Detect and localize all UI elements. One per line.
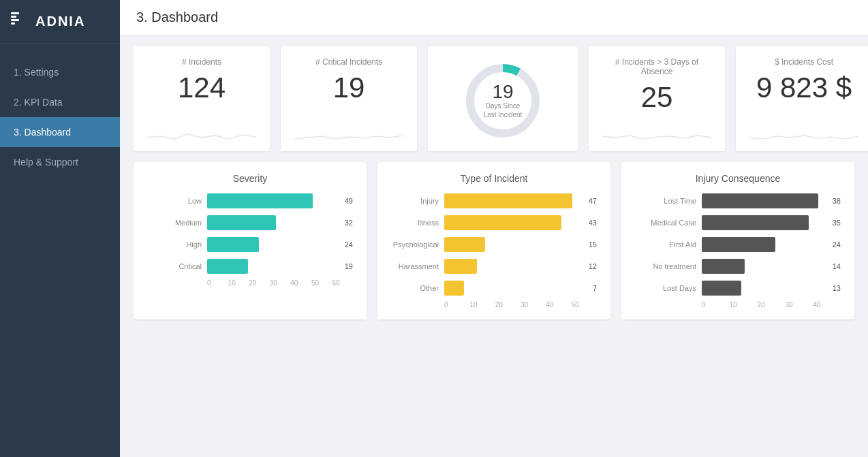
bar-fill-no-treatment bbox=[702, 259, 745, 274]
consequence-axis: 0 10 20 30 40 bbox=[635, 301, 841, 309]
main-content: 3. Dashboard # Incidents 124 # Critical … bbox=[120, 0, 868, 457]
donut-center: 19 Days SinceLast Incident bbox=[484, 82, 523, 119]
bar-fill-low bbox=[207, 193, 313, 208]
kpi-value-cost: 9 823 $ bbox=[749, 72, 858, 104]
bar-track-low bbox=[207, 193, 337, 208]
type-axis: 0 10 20 30 40 50 bbox=[391, 301, 597, 309]
bar-num-lost-days: 13 bbox=[833, 284, 841, 292]
bar-fill-illness bbox=[444, 215, 561, 230]
kpi-card-cost: $ Incidents Cost 9 823 $ bbox=[736, 46, 868, 151]
bar-num-psych: 15 bbox=[589, 240, 597, 249]
bar-row-injury: Injury 47 bbox=[391, 193, 597, 208]
svg-rect-3 bbox=[11, 22, 15, 25]
donut-subtitle: Days SinceLast Incident bbox=[484, 101, 523, 119]
bar-label-lost-days: Lost Days bbox=[635, 284, 696, 292]
severity-bars: Low 49 Medium 32 High bbox=[147, 193, 353, 274]
sidebar-item-help[interactable]: Help & Support bbox=[0, 147, 120, 177]
page-header: 3. Dashboard bbox=[120, 0, 868, 35]
bar-fill-critical bbox=[207, 259, 248, 274]
bar-row-harassment: Harassment 12 bbox=[391, 259, 597, 274]
bar-track-lost-time bbox=[702, 193, 824, 208]
bar-track-medium bbox=[207, 215, 337, 230]
bar-fill-first-aid bbox=[702, 237, 775, 252]
bar-label-no-treatment: No treatment bbox=[635, 262, 696, 270]
kpi-card-critical: # Critical Incidents 19 bbox=[281, 46, 417, 151]
sparkline-cost bbox=[749, 124, 858, 144]
kpi-label-critical: # Critical Incidents bbox=[294, 57, 403, 67]
bar-track-medical bbox=[702, 215, 824, 230]
bar-num-critical: 19 bbox=[345, 262, 353, 270]
svg-rect-1 bbox=[11, 16, 16, 18]
kpi-card-donut: 19 Days SinceLast Incident bbox=[428, 46, 578, 151]
bar-track-illness bbox=[444, 215, 580, 230]
kpi-label-absence: # Incidents > 3 Days of Absence bbox=[602, 57, 711, 76]
bar-fill-lost-days bbox=[702, 281, 741, 296]
bar-row-medium: Medium 32 bbox=[147, 215, 353, 230]
donut-value: 19 bbox=[484, 82, 523, 101]
kpi-value-critical: 19 bbox=[294, 72, 403, 104]
bar-row-first-aid: First Aid 24 bbox=[635, 237, 841, 252]
chart-consequence-title: Injury Consequence bbox=[635, 173, 841, 184]
bar-label-low: Low bbox=[147, 197, 202, 205]
sparkline-absence bbox=[602, 124, 711, 144]
bar-fill-psych bbox=[444, 237, 485, 252]
sparkline-incidents bbox=[147, 124, 256, 144]
bar-num-lost-time: 38 bbox=[833, 197, 841, 205]
bar-row-psych: Psychological 15 bbox=[391, 237, 597, 252]
bar-track-harassment bbox=[444, 259, 580, 274]
bar-num-medical: 35 bbox=[833, 219, 841, 227]
consequence-bars: Lost Time 38 Medical Case 35 bbox=[635, 193, 841, 296]
bar-track-no-treatment bbox=[702, 259, 824, 274]
bar-track-lost-days bbox=[702, 281, 824, 296]
bar-num-low: 49 bbox=[345, 197, 353, 205]
bar-label-lost-time: Lost Time bbox=[635, 197, 696, 205]
bar-num-no-treatment: 14 bbox=[833, 262, 841, 270]
sidebar-item-settings[interactable]: 1. Settings bbox=[0, 57, 120, 87]
kpi-card-incidents: # Incidents 124 bbox=[134, 46, 270, 151]
chart-type-title: Type of Incident bbox=[391, 173, 597, 184]
bar-num-high: 24 bbox=[345, 240, 353, 249]
bar-row-other: Other 7 bbox=[391, 281, 597, 296]
bar-fill-medium bbox=[207, 215, 276, 230]
bar-label-medium: Medium bbox=[147, 219, 202, 227]
bar-label-high: High bbox=[147, 240, 202, 249]
kpi-label-incidents: # Incidents bbox=[147, 57, 256, 67]
bar-fill-medical bbox=[702, 215, 809, 230]
chart-severity-title: Severity bbox=[147, 173, 353, 184]
bar-num-harassment: 12 bbox=[589, 262, 597, 270]
bar-fill-lost-time bbox=[702, 193, 818, 208]
sidebar: ADNIA 1. Settings 2. KPI Data 3. Dashboa… bbox=[0, 0, 120, 457]
bar-label-first-aid: First Aid bbox=[635, 240, 696, 249]
bar-num-other: 7 bbox=[593, 284, 597, 292]
bar-track-high bbox=[207, 237, 337, 252]
logo-text: ADNIA bbox=[35, 14, 85, 29]
bar-num-injury: 47 bbox=[589, 197, 597, 205]
charts-row: Severity Low 49 Medium 32 bbox=[134, 162, 854, 319]
bar-label-medical: Medical Case bbox=[635, 219, 696, 227]
kpi-value-incidents: 124 bbox=[147, 72, 256, 104]
type-bars: Injury 47 Illness 43 Psych bbox=[391, 193, 597, 296]
chart-type: Type of Incident Injury 47 Illness bbox=[377, 162, 610, 319]
bar-row-lost-days: Lost Days 13 bbox=[635, 281, 841, 296]
page-title: 3. Dashboard bbox=[136, 10, 218, 25]
donut-chart: 19 Days SinceLast Incident bbox=[462, 60, 544, 142]
svg-rect-0 bbox=[11, 12, 19, 14]
chart-severity: Severity Low 49 Medium 32 bbox=[134, 162, 367, 319]
bar-num-first-aid: 24 bbox=[833, 240, 841, 249]
bar-row-high: High 24 bbox=[147, 237, 353, 252]
bar-label-harassment: Harassment bbox=[391, 262, 439, 270]
bar-track-critical bbox=[207, 259, 337, 274]
bar-fill-harassment bbox=[444, 259, 477, 274]
logo-icon bbox=[11, 12, 30, 31]
bar-label-injury: Injury bbox=[391, 197, 439, 205]
sidebar-nav: 1. Settings 2. KPI Data 3. Dashboard Hel… bbox=[0, 44, 120, 457]
kpi-row: # Incidents 124 # Critical Incidents 19 bbox=[134, 46, 854, 151]
bar-row-critical: Critical 19 bbox=[147, 259, 353, 274]
bar-track-psych bbox=[444, 237, 580, 252]
bar-track-first-aid bbox=[702, 237, 824, 252]
severity-axis: 0 10 20 30 40 50 60 bbox=[147, 279, 353, 287]
bar-label-psych: Psychological bbox=[391, 240, 439, 249]
bar-row-lost-time: Lost Time 38 bbox=[635, 193, 841, 208]
sidebar-item-kpi-data[interactable]: 2. KPI Data bbox=[0, 87, 120, 117]
sidebar-item-dashboard[interactable]: 3. Dashboard bbox=[0, 117, 120, 147]
